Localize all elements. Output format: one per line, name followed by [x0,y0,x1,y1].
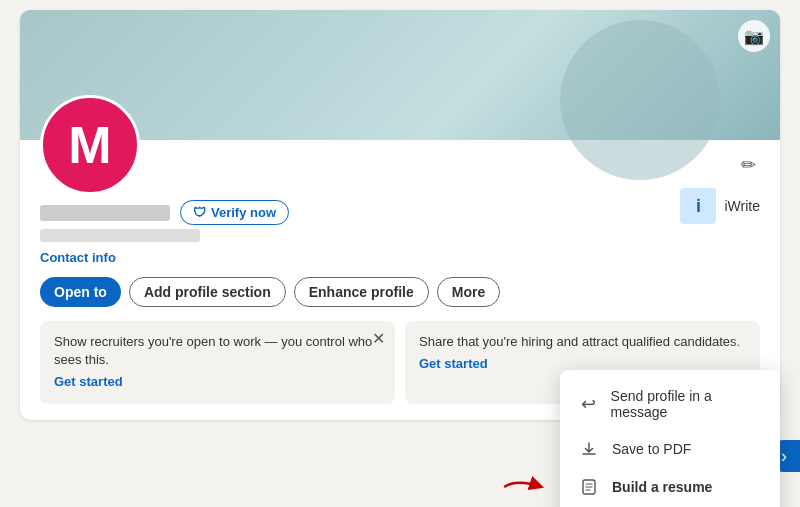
subtitle-blurred [40,229,200,242]
close-card-button[interactable]: ✕ [372,329,385,348]
contact-info-link[interactable]: Contact info [40,250,116,265]
verify-button[interactable]: 🛡 Verify now [180,200,289,225]
add-profile-section-button[interactable]: Add profile section [129,277,286,307]
right-panel: ✏ i iWrite [680,150,760,224]
iwrite-badge: i iWrite [680,188,760,224]
build-resume-item[interactable]: Build a resume [560,468,780,506]
iwrite-icon: i [680,188,716,224]
iwrite-label: iWrite [724,198,760,214]
verify-shield-icon: 🛡 [193,205,206,220]
action-buttons: Open to Add profile section Enhance prof… [40,277,760,307]
enhance-profile-button[interactable]: Enhance profile [294,277,429,307]
profile-card: 📷 M ✏ i iWrite 🛡 Verify now Conta [20,10,780,420]
send-message-icon: ↩ [578,393,599,415]
build-resume-icon [578,478,600,496]
hiring-text: Share that you're hiring and attract qua… [419,334,740,349]
edit-pencil-icon[interactable]: ✏ [737,150,760,180]
red-arrow-indicator [500,472,550,502]
open-to-work-text: Show recruiters you're open to work — yo… [54,334,372,367]
open-to-button[interactable]: Open to [40,277,121,307]
avatar-wrapper: M [40,95,140,195]
more-button[interactable]: More [437,277,500,307]
open-to-work-cta[interactable]: Get started [54,373,381,391]
name-blurred [40,205,170,221]
build-resume-label: Build a resume [612,479,712,495]
send-profile-message-item[interactable]: ↩ Send profile in a message [560,378,780,430]
save-pdf-label: Save to PDF [612,441,691,457]
verify-label: Verify now [211,205,276,220]
profile-info: 🛡 Verify now Contact info Open to Add pr… [40,140,760,404]
open-to-work-card: ✕ Show recruiters you're open to work — … [40,321,395,404]
more-dropdown-menu: ↩ Send profile in a message Save to PDF [560,370,780,507]
name-row: 🛡 Verify now [40,200,760,225]
save-pdf-icon [578,440,600,458]
avatar: M [40,95,140,195]
save-to-pdf-item[interactable]: Save to PDF [560,430,780,468]
camera-button[interactable]: 📷 [738,20,770,52]
send-message-label: Send profile in a message [611,388,762,420]
